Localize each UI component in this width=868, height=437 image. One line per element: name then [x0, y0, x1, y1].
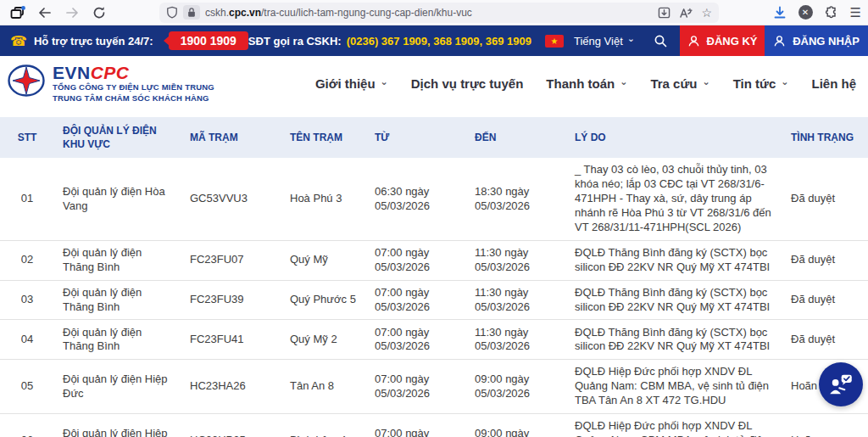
cell-stt: 04	[0, 320, 54, 360]
url-text[interactable]: cskh.cpc.vn/tra-cuu/lich-tam-ngung-cung-…	[205, 7, 653, 19]
col-ma-tram: MÃ TRẠM	[181, 117, 281, 158]
cskh-label: SĐT gọi ra CSKH:	[248, 35, 342, 48]
nav-tra-cuu[interactable]: Tra cứu ⌄	[650, 76, 709, 91]
col-doi: ĐỘI QUẢN LÝ ĐIỆN KHU VỰC	[54, 117, 181, 158]
cell-doi: Đội quản lý điện Hiệp Đức	[54, 414, 181, 437]
bookmark-star-icon[interactable]: ☆	[701, 7, 712, 19]
cell-den: 18:30 ngày 05/03/2026	[466, 158, 566, 240]
phone-icon: ☎	[10, 33, 27, 49]
org-line-1: TỔNG CÔNG TY ĐIỆN LỰC MIỀN TRUNG	[53, 82, 214, 93]
search-button[interactable]	[648, 34, 680, 48]
col-tinh-trang: TÌNH TRẠNG	[782, 117, 868, 158]
menu-hamburger-icon[interactable]: ☰	[850, 6, 861, 19]
cell-ma-tram: FC23FU39	[181, 280, 281, 320]
site-header: EVNCPC TỔNG CÔNG TY ĐIỆN LỰC MIỀN TRUNG …	[0, 56, 868, 110]
cell-tu: 07:00 ngày 05/03/2026	[366, 240, 466, 280]
chevron-down-icon: ⌄	[381, 80, 388, 85]
cell-doi: Đội quản lý điện Thăng Bình	[54, 240, 181, 280]
table-row[interactable]: 03 Đội quản lý điện Thăng Bình FC23FU39 …	[0, 280, 868, 320]
chevron-down-icon: ⌄	[627, 36, 635, 42]
outage-table-area: STT ĐỘI QUẢN LÝ ĐIỆN KHU VỰC MÃ TRẠM TÊN…	[0, 110, 868, 437]
cell-tu: 07:00 ngày 05/03/2026	[366, 280, 466, 320]
url-bar[interactable]: cskh.cpc.vn/tra-cuu/lich-tam-ngung-cung-…	[159, 3, 719, 23]
cell-doi: Đội quản lý điện Thăng Bình	[54, 280, 181, 320]
cell-ma-tram: GC53VVU3	[181, 158, 281, 240]
extensions-puzzle-icon[interactable]	[825, 6, 838, 20]
cell-doi: Đội quản lý điện Hiệp Đức	[54, 360, 181, 414]
forward-button[interactable]	[61, 3, 83, 23]
status-badge: Đã duyệt	[782, 320, 868, 360]
cell-ten-tram: Quý Mỹ	[281, 240, 366, 280]
cell-ly-do: ĐQLĐ Thăng Bình đăng ký (SCTX) bọc silic…	[566, 240, 782, 280]
col-ly-do: LÝ DO	[566, 117, 782, 158]
cell-tu: 07:00 ngày 05/03/2026	[366, 320, 466, 360]
evn-logo-icon	[7, 63, 46, 98]
save-page-icon[interactable]	[658, 7, 670, 19]
cell-doi: Đội quản lý điện Thăng Bình	[54, 320, 181, 360]
downloads-icon[interactable]	[773, 6, 787, 20]
cell-stt: 06	[0, 414, 54, 437]
cell-tu: 06:30 ngày 05/03/2026	[366, 158, 466, 240]
cell-ly-do: _ Thay 03 cò lèo, 03 chuỗi thủy tinh, 03…	[566, 158, 782, 240]
lock-icon[interactable]	[183, 5, 200, 20]
adblock-extension-icon[interactable]: ✕	[798, 5, 813, 20]
nav-dich-vu-truc-tuyen[interactable]: Dịch vụ trực tuyến	[411, 76, 524, 91]
cell-stt: 05	[0, 360, 54, 414]
col-tu: TỪ	[366, 117, 466, 158]
cell-ma-tram: HC23HP25	[181, 414, 281, 437]
table-header-row: STT ĐỘI QUẢN LÝ ĐIỆN KHU VỰC MÃ TRẠM TÊN…	[0, 117, 868, 158]
register-button[interactable]: ĐĂNG KÝ	[680, 25, 765, 56]
chat-support-button[interactable]	[819, 362, 863, 406]
login-button[interactable]: ĐĂNG NHẬP	[765, 25, 868, 56]
cell-ma-tram: FC23FU07	[181, 240, 281, 280]
site-topbar: ☎ Hỗ trợ trực tuyến 24/7: 1900 1909 SĐT …	[0, 25, 868, 56]
support-label: Hỗ trợ trực tuyến 24/7:	[34, 35, 153, 48]
brand-logo[interactable]: EVNCPC TỔNG CÔNG TY ĐIỆN LỰC MIỀN TRUNG …	[7, 63, 214, 104]
language-selector[interactable]: Tiếng Việt ⌄	[574, 35, 635, 48]
nav-tin-tuc[interactable]: Tin tức ⌄	[733, 76, 789, 91]
vietnam-flag-icon: ★	[545, 35, 564, 48]
status-badge: Đã duyệt	[782, 280, 868, 320]
cell-tu: 07:00 ngày 05/03/2026	[366, 360, 466, 414]
col-den: ĐẾN	[466, 117, 566, 158]
cell-den: 11:30 ngày 05/03/2026	[466, 320, 566, 360]
outage-table: STT ĐỘI QUẢN LÝ ĐIỆN KHU VỰC MÃ TRẠM TÊN…	[0, 117, 868, 437]
language-label: Tiếng Việt	[574, 35, 623, 48]
cell-den: 11:30 ngày 05/03/2026	[466, 280, 566, 320]
back-button[interactable]	[34, 3, 56, 23]
cell-stt: 02	[0, 240, 54, 280]
cell-tu: 07:00 ngày 05/03/2026	[366, 414, 466, 437]
table-row[interactable]: 06 Đội quản lý điện Hiệp Đức HC23HP25 Bì…	[0, 414, 868, 437]
chevron-down-icon: ⌄	[702, 80, 709, 85]
user-icon	[773, 35, 786, 48]
status-badge: Đã duyệt	[782, 240, 868, 280]
login-label: ĐĂNG NHẬP	[793, 35, 860, 48]
nav-lien-he[interactable]: Liên hệ	[811, 76, 856, 91]
translate-icon[interactable]	[679, 7, 693, 19]
table-row[interactable]: 05 Đội quản lý điện Hiệp Đức HC23HA26 Tâ…	[0, 360, 868, 414]
chat-agent-icon	[826, 370, 855, 399]
user-icon	[687, 35, 700, 48]
table-row[interactable]: 04 Đội quản lý điện Thăng Bình FC23FU41 …	[0, 320, 868, 360]
table-row[interactable]: 01 Đội quản lý điện Hòa Vang GC53VVU3 Ho…	[0, 158, 868, 240]
reload-button[interactable]	[88, 3, 110, 23]
brand-name: EVNCPC	[53, 63, 214, 82]
window-tabs-icon[interactable]	[7, 3, 29, 23]
hotline-badge[interactable]: 1900 1909	[169, 31, 248, 50]
cell-ten-tram: Bình Lâm 4	[281, 414, 366, 437]
cell-stt: 03	[0, 280, 54, 320]
nav-gioi-thieu[interactable]: Giới thiệu ⌄	[315, 76, 388, 91]
col-ten-tram: TÊN TRẠM	[281, 117, 366, 158]
nav-thanh-toan[interactable]: Thanh toán ⌄	[546, 76, 627, 91]
cell-den: 09:00 ngày 05/03/2026	[466, 360, 566, 414]
register-label: ĐĂNG KÝ	[707, 35, 758, 48]
cell-ly-do: ĐQLĐ Hiệp Đức phối hợp XNDV ĐL Quảng Nam…	[566, 360, 782, 414]
chevron-down-icon: ⌄	[620, 80, 627, 85]
cell-ten-tram: Hoà Phú 3	[281, 158, 366, 240]
cell-ma-tram: HC23HA26	[181, 360, 281, 414]
shield-icon[interactable]	[166, 6, 178, 19]
cell-ly-do: ĐQLĐ Hiệp Đức phối hợp XNDV ĐL Quảng Nam…	[566, 414, 782, 437]
table-row[interactable]: 02 Đội quản lý điện Thăng Bình FC23FU07 …	[0, 240, 868, 280]
status-badge: Hoãn	[782, 414, 868, 437]
cell-doi: Đội quản lý điện Hòa Vang	[54, 158, 181, 240]
